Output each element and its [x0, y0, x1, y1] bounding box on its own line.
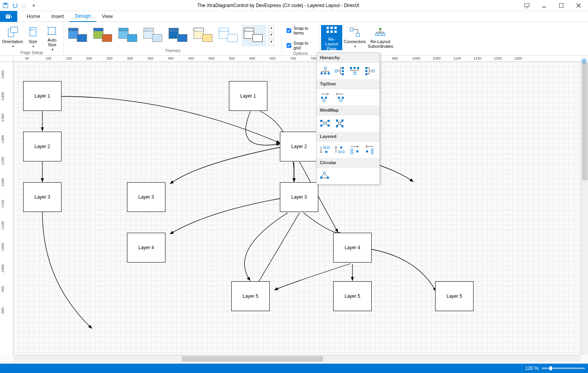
layered-option-4[interactable] [364, 145, 376, 155]
diagram-node[interactable]: Layer 5 [231, 281, 270, 311]
file-tab[interactable] [0, 11, 17, 22]
hierarchy-option-1[interactable] [319, 66, 332, 76]
snap-grid-label: Snap to grid [294, 41, 314, 50]
svg-rect-1 [4, 3, 7, 5]
ruler-horizontal: 5010015020025030035040045050055060065070… [13, 56, 581, 62]
theme-tile-3[interactable]: Aa [116, 25, 141, 46]
theme-tile-7[interactable]: Aa [217, 25, 241, 46]
svg-rect-21 [379, 33, 381, 36]
group-title-options: Options [283, 51, 318, 56]
tab-home[interactable]: Home [21, 11, 46, 22]
group-title-themes: Themes [65, 48, 280, 54]
themes-scroll-up-icon[interactable]: ▴ [269, 25, 274, 32]
mindmap-option-1[interactable] [319, 118, 332, 129]
svg-rect-53 [341, 125, 343, 127]
svg-rect-42 [338, 97, 340, 99]
svg-rect-29 [342, 70, 344, 72]
svg-rect-19 [379, 28, 381, 30]
svg-rect-49 [324, 122, 326, 124]
svg-rect-18 [356, 33, 359, 36]
auto-size-button[interactable]: Auto Size ▾ [42, 25, 62, 50]
diagram-node[interactable]: Layer 3 [127, 182, 165, 212]
horizontal-scrollbar[interactable] [13, 355, 581, 362]
circular-option-1[interactable] [319, 171, 332, 181]
diagram-node[interactable]: Layer 3 [23, 182, 62, 212]
connectors-button[interactable]: Connectors ▾ [343, 25, 366, 50]
size-button[interactable]: Size ▾ [24, 25, 42, 50]
qat-dropdown-icon[interactable]: ▾ [31, 2, 37, 9]
theme-tile-6[interactable]: Aa [192, 25, 216, 46]
orientation-icon [6, 26, 19, 38]
diagram-node[interactable]: Layer 2 [280, 132, 318, 161]
svg-rect-17 [350, 28, 353, 31]
hierarchy-option-2[interactable] [334, 66, 347, 76]
close-icon[interactable] [571, 0, 586, 11]
diagram-node[interactable]: Layer 4 [127, 233, 165, 263]
minimize-icon[interactable] [536, 0, 552, 11]
snap-grid-checkbox[interactable] [287, 43, 291, 48]
svg-rect-13 [334, 27, 337, 29]
svg-rect-48 [328, 125, 330, 127]
orientation-button[interactable]: Orientation ▾ [2, 25, 24, 50]
svg-rect-69 [327, 177, 329, 179]
diagram-node[interactable]: Layer 2 [23, 132, 62, 161]
scrollbar-thumb[interactable] [582, 63, 588, 180]
diagram-node[interactable]: Layer 4 [333, 233, 372, 263]
vertical-scrollbar[interactable] [581, 62, 588, 355]
svg-rect-26 [328, 72, 330, 74]
svg-rect-35 [372, 70, 374, 72]
layered-option-3[interactable] [349, 145, 361, 155]
tab-insert[interactable]: Insert [46, 11, 70, 22]
diagram-node[interactable]: Layer 5 [435, 281, 474, 311]
svg-rect-41 [323, 100, 325, 101]
theme-tile-4[interactable]: Aa [142, 25, 166, 46]
svg-rect-20 [376, 33, 378, 36]
relayout-subordinates-button[interactable]: Re-Layout Subordinates [367, 25, 394, 50]
redo-icon[interactable] [21, 2, 27, 9]
theme-tile-1[interactable]: Aa [66, 25, 91, 46]
status-bar: 120 % [0, 364, 588, 373]
tipover-option-1[interactable] [319, 92, 332, 102]
diagram-node[interactable]: Layer 5 [333, 281, 372, 311]
svg-rect-45 [320, 120, 322, 122]
theme-tile-5[interactable]: Aa [167, 25, 191, 46]
tipover-option-2[interactable] [334, 92, 347, 102]
snap-items-label: Snap to items [294, 26, 314, 35]
svg-rect-30 [342, 73, 344, 75]
relayout-page-button[interactable]: Re-Layout Page [321, 25, 342, 50]
svg-rect-61 [351, 149, 353, 151]
layered-option-1[interactable] [319, 145, 332, 155]
dropdown-section-circular: Circular [317, 158, 379, 168]
save-icon[interactable] [2, 2, 9, 9]
undo-icon[interactable] [12, 2, 18, 9]
svg-rect-56 [327, 147, 329, 148]
group-arrange: Re-Layout Page Connectors ▾ Re-Layout Su… [319, 22, 395, 55]
hierarchy-option-4[interactable] [364, 66, 376, 76]
diagram-node[interactable]: Layer 1 [229, 81, 267, 111]
zoom-slider[interactable] [542, 368, 585, 369]
snap-items-checkbox[interactable] [287, 28, 291, 33]
canvas-area: 5010015020025030035040045050055060065070… [0, 56, 588, 362]
theme-tile-8[interactable]: Aa [242, 25, 266, 46]
maximize-icon[interactable] [554, 0, 569, 11]
themes-scroll-down-icon[interactable]: ▾ [269, 33, 274, 39]
mindmap-option-2[interactable] [334, 118, 347, 129]
chevron-down-icon: ▾ [354, 45, 356, 48]
tab-view[interactable]: View [96, 11, 118, 22]
dropdown-section-layered: Layered [317, 132, 379, 141]
svg-rect-32 [354, 67, 356, 69]
scrollbar-thumb[interactable] [182, 356, 323, 362]
gear-icon[interactable] [581, 58, 587, 64]
ribbon-options-icon[interactable] [519, 0, 535, 11]
svg-rect-68 [320, 177, 322, 179]
diagram-node[interactable]: Layer 3 [280, 182, 318, 212]
layered-option-2[interactable] [334, 145, 347, 155]
svg-rect-37 [365, 70, 367, 72]
diagram-node[interactable]: Layer 1 [23, 81, 62, 111]
tab-design[interactable]: Design [69, 11, 96, 22]
theme-tile-2[interactable]: Aa [91, 25, 116, 46]
themes-expand-icon[interactable]: ▾ [269, 40, 274, 46]
diagram-canvas[interactable]: Layer 1 Layer 1 Layer 2 Layer 2 Layer 3 … [13, 62, 581, 355]
svg-rect-34 [354, 72, 356, 74]
hierarchy-option-3[interactable] [349, 66, 361, 76]
